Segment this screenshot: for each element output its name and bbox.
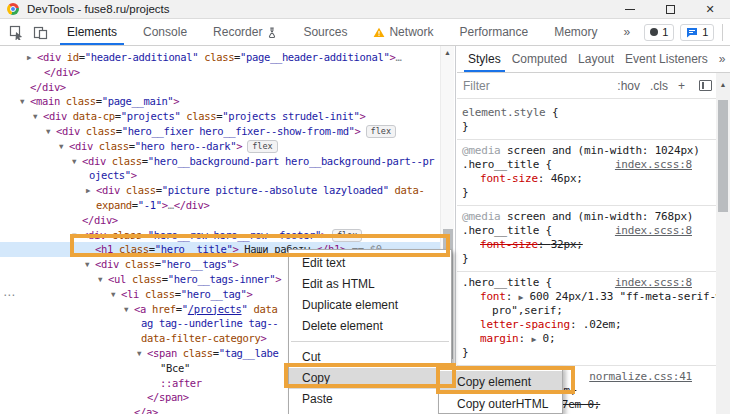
tree-node[interactable]: expand="-1">…</div> — [0, 198, 441, 213]
style-declaration[interactable]: font: ▶ 600 24px/1.33 "ff-meta-serif-web… — [462, 290, 716, 304]
expand-arrow-icon[interactable]: ▶ — [86, 186, 91, 195]
tree-node[interactable]: ▼<div class="hero__background-part hero_… — [0, 154, 441, 169]
toggle-sidebar-icon[interactable] — [699, 80, 712, 91]
style-declaration[interactable]: pro",serif; — [462, 304, 716, 318]
expand-arrow-icon[interactable]: ▼ — [111, 290, 116, 299]
style-declaration[interactable]: font-size: 46px; — [462, 172, 716, 186]
expand-arrow-icon[interactable]: ▼ — [33, 112, 38, 121]
code-token: "page__main" — [102, 95, 174, 107]
tree-node[interactable]: ▼<div class="hero hero--dark">flex — [0, 139, 441, 154]
code-token: : — [538, 172, 551, 185]
expand-arrow-icon[interactable]: ▼ — [72, 157, 77, 166]
tree-node[interactable]: ▼<div data-cp="projects" class="projects… — [0, 109, 441, 124]
code-token: </div> — [174, 199, 210, 211]
overflow-menu-icon[interactable]: ⋯ — [3, 288, 15, 302]
tab-memory[interactable]: Memory — [554, 19, 597, 45]
menu-item-edit-text[interactable]: Edit text — [289, 253, 451, 274]
expand-arrow-icon[interactable]: ▶ — [27, 53, 32, 62]
tree-node[interactable]: </div> — [0, 65, 441, 80]
expand-arrow-icon[interactable]: ▼ — [72, 231, 77, 240]
menu-item-copy-element[interactable]: Copy element — [439, 371, 562, 393]
tab-layout[interactable]: Layout — [578, 46, 614, 72]
minimize-button[interactable] — [610, 0, 650, 18]
tab-styles[interactable]: Styles — [468, 46, 501, 72]
style-declaration[interactable]: font-size: 32px; — [462, 238, 716, 252]
inspect-element-icon[interactable] — [9, 24, 24, 40]
scroll-up-icon[interactable]: ▲ — [716, 81, 730, 88]
tree-node[interactable]: ▼<div class="hero__fixer hero__fixer--sh… — [0, 124, 441, 139]
menu-item-delete-element[interactable]: Delete element — [289, 316, 451, 337]
tab-network[interactable]: Network — [373, 19, 433, 45]
maximize-button[interactable] — [650, 0, 690, 18]
code-token: font-size — [480, 172, 538, 185]
tree-node[interactable]: ▼<div class="hero__row hero__row--footer… — [0, 228, 441, 243]
menu-item-copy[interactable]: Copy▸ — [289, 368, 451, 389]
console-errors-badge[interactable]: 1 — [644, 24, 674, 41]
flex-badge[interactable]: flex — [332, 229, 362, 242]
source-link[interactable]: index.scss:8 — [615, 224, 692, 238]
scroll-up-icon[interactable]: ▲ — [441, 49, 454, 56]
tab-computed[interactable]: Computed — [512, 46, 567, 72]
expand-arrow-icon[interactable]: ▼ — [59, 142, 64, 151]
code-token: <span — [147, 347, 183, 359]
style-declaration[interactable]: letter-spacing: .02em; — [462, 318, 716, 332]
context-menu: Edit textEdit as HTMLDuplicate elementDe… — [288, 249, 452, 414]
styles-filter-input[interactable]: Filter — [463, 79, 617, 93]
scrollbar-thumb[interactable] — [718, 100, 728, 212]
code-token: > — [246, 288, 252, 300]
toggle-hov[interactable]: :hov — [617, 79, 640, 93]
menu-item-cut[interactable]: Cut — [289, 347, 451, 368]
source-link[interactable]: index.scss:8 — [615, 158, 692, 172]
tree-node[interactable]: </div> — [0, 213, 441, 228]
toggle-[interactable]: + — [678, 79, 685, 93]
menu-item-copy-outerhtml[interactable]: Copy outerHTML — [439, 393, 562, 414]
menu-item-paste[interactable]: Paste — [289, 389, 451, 410]
device-toolbar-icon[interactable] — [33, 24, 48, 40]
code-token: expand — [96, 199, 132, 211]
style-declaration[interactable]: .hero__title {index.scss:8 — [462, 224, 716, 238]
more-tabs-button[interactable]: » — [719, 52, 726, 66]
style-declaration[interactable]: @media screen and (min-width: 1024px) — [462, 144, 716, 158]
style-declaration[interactable]: element.style { — [462, 106, 716, 120]
issues-badge[interactable]: 1 — [680, 24, 714, 41]
style-declaration[interactable]: } — [462, 252, 716, 266]
tree-node[interactable]: </div> — [0, 80, 441, 95]
style-declaration[interactable]: .hero__title {index.scss:8 — [462, 276, 716, 290]
tab-event-listeners[interactable]: Event Listeners — [625, 46, 708, 72]
toolbar-separator — [722, 24, 723, 41]
close-button[interactable]: ✕ — [690, 0, 730, 18]
tab-performance[interactable]: Performance — [459, 19, 528, 45]
tree-node[interactable]: ▶<div id="header-additional" class="page… — [0, 50, 441, 65]
expand-arrow-icon[interactable]: ▼ — [98, 275, 103, 284]
tree-node[interactable]: ojects"> — [0, 168, 441, 183]
expand-arrow-icon[interactable]: ▼ — [20, 97, 25, 106]
expand-arrow-icon[interactable]: ▼ — [124, 305, 129, 314]
source-link[interactable]: index.scss:8 — [615, 276, 692, 290]
code-token: </span> — [147, 391, 189, 403]
menu-item-edit-as-html[interactable]: Edit as HTML — [289, 274, 451, 295]
more-tabs-button[interactable]: » — [624, 25, 631, 39]
styles-scrollbar[interactable]: ▲ — [716, 73, 730, 414]
menu-item-duplicate-element[interactable]: Duplicate element — [289, 295, 451, 316]
toggle-cls[interactable]: .cls — [650, 79, 668, 93]
tab-sources[interactable]: Sources — [303, 19, 347, 45]
style-declaration[interactable]: @media screen and (min-width: 768px) — [462, 210, 716, 224]
style-declaration[interactable]: } — [462, 346, 716, 360]
tab-console[interactable]: Console — [143, 19, 187, 45]
style-declaration[interactable]: } — [462, 120, 716, 134]
tree-node[interactable]: ▶<div class="picture picture--absolute l… — [0, 183, 441, 198]
tab-elements[interactable]: Elements — [67, 19, 117, 45]
source-link[interactable]: normalize.css:41 — [589, 370, 692, 384]
style-declaration[interactable]: } — [462, 186, 716, 200]
flex-badge[interactable]: flex — [247, 140, 277, 153]
expand-arrow-icon[interactable]: ▼ — [46, 127, 51, 136]
menu-item-label: Paste — [302, 392, 333, 406]
code-token: > — [236, 140, 242, 152]
flex-badge[interactable]: flex — [366, 125, 396, 138]
style-declaration[interactable]: .hero__title {index.scss:8 — [462, 158, 716, 172]
expand-arrow-icon[interactable]: ▼ — [137, 349, 142, 358]
tab-recorder[interactable]: Recorder — [213, 19, 277, 45]
tree-node[interactable]: ▼<main class="page__main"> — [0, 94, 441, 109]
expand-arrow-icon[interactable]: ▼ — [85, 260, 90, 269]
style-declaration[interactable]: margin: ▶ 0; — [462, 332, 716, 346]
